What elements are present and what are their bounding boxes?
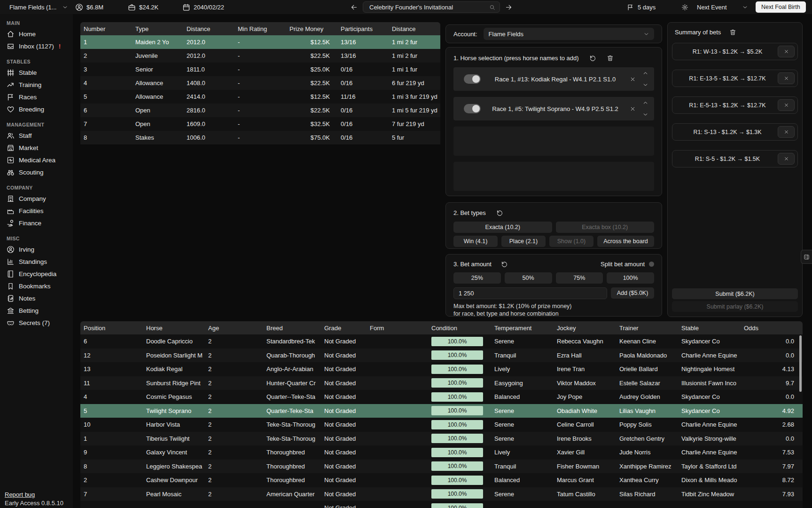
move-up-button[interactable]: [642, 70, 648, 76]
sidebar-item-breeding[interactable]: Breeding: [7, 103, 73, 115]
remove-bet-button[interactable]: [778, 153, 795, 165]
horse-row[interactable]: 8Leggiero Shakespea2ThoroughbredNot Grad…: [80, 460, 803, 474]
horses-column-header: Breed: [263, 325, 321, 332]
chevron-down-icon[interactable]: [742, 4, 748, 10]
horse-cell-grade: Not Graded: [321, 504, 367, 508]
horse-row[interactable]: 4Cosmic Pegasus2Quarter--Teke-StaNot Gra…: [80, 390, 803, 404]
race-row[interactable]: 4Allowance1408.0-$22.5K0/166 fur 219 yd: [80, 76, 440, 90]
horse-cell-trainer: Estelle Salazar: [616, 380, 678, 387]
race-row[interactable]: 3Senior1811.0-$25.0K0/161 mi 1 fur: [80, 63, 440, 76]
sidebar-item-races[interactable]: Races: [7, 91, 73, 103]
horse-row[interactable]: 9Galaxy Vincent2ThoroughbredNot Graded10…: [80, 445, 803, 460]
sidebar-item-market[interactable]: Market: [7, 142, 73, 154]
horse-row[interactable]: 6Doodle Capriccio2Standardbred-TekNot Gr…: [80, 334, 803, 349]
bet-amount-input[interactable]: [453, 287, 607, 299]
bet-type-button-win-4-1[interactable]: Win (4.1): [453, 236, 498, 247]
race-row[interactable]: 2Juvenile2012.0-$22.5K13/161 mi 2 fur: [80, 49, 440, 63]
race-row[interactable]: 7Open1609.0-$32.5K0/167 fur 219 yd: [80, 117, 440, 131]
sidebar-item-bookmarks[interactable]: Bookmarks: [7, 280, 73, 292]
sidebar-item-training[interactable]: Training: [7, 79, 73, 91]
game-date: 2040/02/22: [182, 0, 224, 14]
sidebar-item-encyclopedia[interactable]: Encyclopedia: [7, 268, 73, 280]
horse-cell-trainer: Gretchen Gentry: [616, 435, 678, 442]
sidebar-item-facilities[interactable]: Facilities: [7, 205, 73, 217]
bet-type-button-exacta-10-2[interactable]: Exacta (10.2): [453, 222, 552, 233]
horse-row[interactable]: 7Pearl Mosaic2American QuarterNot Graded…: [80, 487, 803, 501]
horse-row[interactable]: 12Poseidon Starlight M2Quarab-ThoroughNo…: [80, 349, 803, 363]
clear-bets-button[interactable]: [729, 29, 736, 36]
sidebar-item-standings[interactable]: Standings: [7, 255, 73, 268]
settings-button[interactable]: [681, 4, 688, 11]
horse-row[interactable]: Not Graded100.0%: [80, 501, 803, 508]
sidebar-item-staff[interactable]: Staff: [7, 129, 73, 142]
reorder-controls: [642, 100, 648, 118]
account-select[interactable]: Flame Fields: [484, 28, 654, 40]
sidebar-item-scouting[interactable]: Scouting: [7, 166, 73, 178]
next-event-label[interactable]: Next Event: [697, 4, 727, 11]
sidebar-item-company[interactable]: Company: [7, 192, 73, 205]
reset-horses-button[interactable]: [589, 55, 596, 62]
sidebar-item-irving[interactable]: Irving: [7, 243, 73, 255]
move-down-button[interactable]: [642, 82, 648, 88]
sidebar-item-medical-area[interactable]: Medical Area: [7, 154, 73, 166]
race-row[interactable]: 5Allowance2414.0-$12.5K11/161 mi 3 fur 2…: [80, 90, 440, 103]
horse-row[interactable]: 5Twilight Soprano2Quarter-Teke-StaNot Gr…: [80, 404, 803, 418]
horse-cell-position: 2: [80, 476, 143, 484]
remove-horse-button[interactable]: [630, 76, 636, 82]
horse-selection-list: Race 1, #13: Kodiak Regal - W4.1 P2.1 S1…: [453, 67, 654, 191]
submit-bets-button[interactable]: Submit ($6.2K): [672, 288, 798, 299]
bet-percent-button-50[interactable]: 50%: [505, 272, 552, 284]
next-foal-birth-button[interactable]: Next Foal Birth: [756, 1, 806, 13]
collapse-panel-button[interactable]: [801, 250, 812, 264]
horse-cell-breed: Thoroughbred: [263, 463, 321, 470]
race-row[interactable]: 8Stakes1006.0-$75.0K0/165 fur: [80, 131, 440, 144]
prev-event-button[interactable]: [351, 4, 358, 11]
horse-cell-temperament: Balanced: [491, 393, 554, 400]
horse-row[interactable]: 1Tiberius Twilight2Teke-Sta-ThorougNot G…: [80, 432, 803, 446]
bet-percent-button-100[interactable]: 100%: [607, 272, 654, 284]
bet-type-button-place-2-1[interactable]: Place (2.1): [501, 236, 546, 247]
bet-percent-button-75[interactable]: 75%: [556, 272, 603, 284]
horse-row[interactable]: 11Sunburst Ridge Pint2Hunter-Quarter CrN…: [80, 376, 803, 390]
report-bug-link[interactable]: Report bug: [5, 491, 35, 498]
sidebar-item-finance[interactable]: Finance: [7, 217, 73, 229]
event-search[interactable]: Celebrity Founder's Invitational: [363, 1, 500, 13]
add-bet-button[interactable]: Add ($5.0K): [611, 287, 654, 299]
bet-type-button-show-1-0[interactable]: Show (1.0): [549, 236, 593, 247]
sidebar-item-label: Finance: [19, 220, 41, 227]
remove-bet-button[interactable]: [778, 99, 795, 111]
clear-horses-button[interactable]: [607, 55, 614, 62]
reset-bet-amount-button[interactable]: [501, 261, 508, 268]
submit-parlay-button[interactable]: Submit parlay ($6.2K): [672, 301, 798, 312]
remove-bet-button[interactable]: [778, 72, 795, 84]
remove-bet-button[interactable]: [778, 46, 795, 57]
horse-toggle[interactable]: [464, 74, 481, 84]
remove-horse-button[interactable]: [630, 106, 636, 112]
bet-type-button-across-the-board[interactable]: Across the board: [597, 236, 654, 247]
sidebar-item-stable[interactable]: Stable: [7, 66, 73, 79]
move-up-button[interactable]: [642, 100, 648, 106]
vertical-scrollbar[interactable]: [799, 335, 802, 392]
bet-type-button-exacta-box-10-2[interactable]: Exacta box (10.2): [556, 222, 655, 233]
sidebar-item-home[interactable]: Home: [7, 28, 73, 40]
horse-row[interactable]: 13Kodiak Regal2Anglo-Ar-ArabianNot Grade…: [80, 362, 803, 376]
reset-bet-types-button[interactable]: [496, 209, 503, 216]
race-row[interactable]: 6Open2816.0-$22.5K0/161 mi 5 fur 219 yd: [80, 103, 440, 117]
sidebar-item-betting[interactable]: Betting: [7, 304, 73, 317]
sidebar-item-notes[interactable]: Notes: [7, 292, 73, 304]
move-down-button[interactable]: [642, 111, 648, 118]
sidebar-item-inbox-1127[interactable]: Inbox (1127)!: [7, 40, 73, 52]
remove-bet-button[interactable]: [778, 126, 795, 138]
race-row[interactable]: 1Maiden 2 Yo2012.0-$12.5K13/161 mi 2 fur: [80, 35, 440, 49]
horse-row[interactable]: 10Harbor Vista2Teke-Sta-ThorougNot Grade…: [80, 418, 803, 432]
bet-percent-button-25[interactable]: 25%: [453, 272, 501, 284]
horse-cell-breed: Quarab-Thorough: [263, 352, 321, 359]
version-label: Early Access 0.8.5.10: [5, 500, 63, 507]
split-bet-toggle[interactable]: [649, 262, 654, 267]
horse-toggle[interactable]: [464, 104, 481, 113]
stable-selector[interactable]: Flame Fields (1...: [9, 0, 68, 14]
race-cell: 1 mi 1 fur: [389, 66, 440, 73]
next-event-arrow-button[interactable]: [505, 4, 512, 11]
horse-row[interactable]: 2Cashew Downpour2ThoroughbredNot Graded1…: [80, 473, 803, 487]
sidebar-item-secrets-7[interactable]: Secrets (7): [7, 317, 73, 329]
